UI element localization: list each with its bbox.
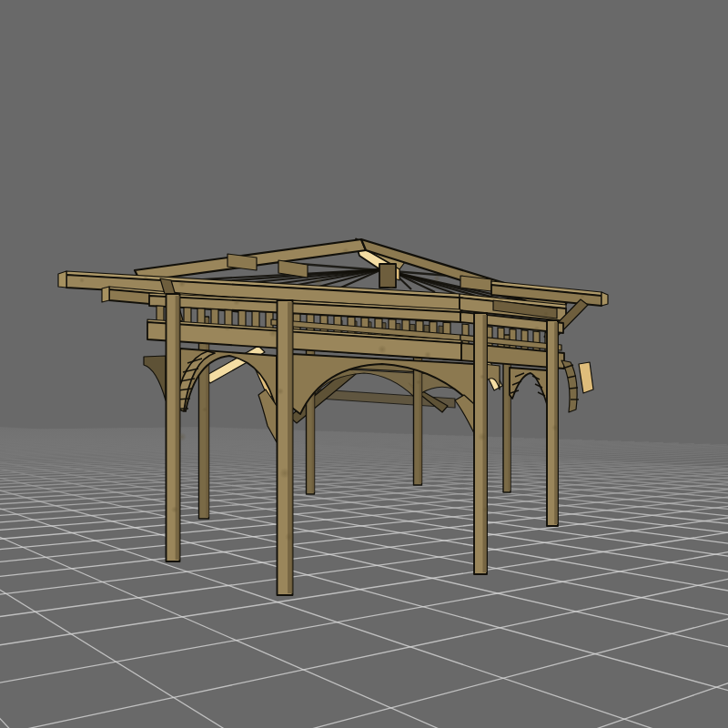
kingpost: [379, 264, 396, 288]
wood-spot: [279, 468, 290, 479]
wood-spot: [482, 506, 490, 513]
post: [547, 320, 558, 526]
wood-spot: [551, 424, 559, 431]
plate-left-end-cap: [58, 271, 66, 288]
ladder-rung: [570, 388, 578, 389]
post: [474, 313, 487, 574]
grid-distance-fade: [0, 391, 728, 528]
wood-spot: [533, 326, 541, 333]
wood-spot: [171, 506, 178, 513]
overhang-right-end-cap: [602, 292, 608, 306]
wood-spot: [143, 275, 148, 280]
wood-spot: [478, 432, 487, 441]
wood-spot: [233, 298, 240, 306]
purlin-left-end-cap: [102, 287, 109, 302]
wood-spot: [268, 329, 278, 338]
wood-spot: [277, 388, 284, 395]
wood-spot: [543, 311, 549, 317]
wood-spot: [202, 407, 207, 412]
rear-post: [199, 317, 209, 519]
post: [167, 294, 180, 561]
wood-spot: [378, 345, 387, 354]
wood-spot: [224, 324, 231, 331]
wood-spot: [342, 248, 349, 255]
wood-spot: [480, 374, 485, 379]
wood-spot: [416, 379, 421, 385]
wood-spot: [285, 532, 294, 541]
wood-spot: [424, 351, 431, 359]
wood-spot: [314, 278, 323, 287]
post: [278, 300, 293, 595]
wood-spot: [177, 432, 187, 441]
3d-viewport: [0, 0, 728, 728]
viewport-canvas[interactable]: [0, 0, 728, 728]
wood-spot: [79, 278, 85, 283]
wood-spot: [580, 293, 585, 298]
wood-spot: [433, 275, 440, 282]
wood-spot: [497, 297, 504, 304]
wood-spot: [388, 284, 395, 291]
wood-spot: [178, 280, 186, 288]
